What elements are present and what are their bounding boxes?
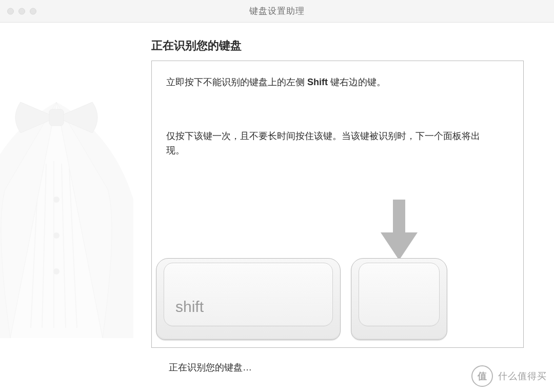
content-area: 正在识别您的键盘 立即按下不能识别的键盘上的左侧 Shift 键右边的键。 仅按… — [0, 23, 554, 392]
watermark: 值 什么值得买 — [471, 365, 547, 387]
keyboard-setup-assistant-window: 键盘设置助理 — [0, 0, 554, 392]
zoom-traffic-light[interactable] — [30, 8, 36, 14]
svg-point-8 — [53, 268, 60, 275]
key-illustration-row: shift — [156, 258, 447, 340]
instruction-suffix: 键右边的键。 — [328, 77, 386, 87]
svg-rect-5 — [49, 109, 64, 126]
arrow-down-icon — [379, 200, 420, 261]
window-controls — [7, 8, 36, 14]
close-traffic-light[interactable] — [7, 8, 14, 14]
shift-key-label: shift — [175, 298, 204, 316]
page-heading: 正在识别您的键盘 — [151, 38, 531, 53]
main-column: 正在识别您的键盘 立即按下不能识别的键盘上的左侧 Shift 键右边的键。 仅按… — [151, 38, 531, 374]
window-title: 键盘设置助理 — [0, 5, 554, 17]
instruction-panel: 立即按下不能识别的键盘上的左侧 Shift 键右边的键。 仅按下该键一次，且不要… — [151, 61, 524, 348]
svg-point-6 — [53, 197, 60, 203]
target-key — [351, 258, 447, 340]
watermark-text: 什么值得买 — [498, 370, 547, 382]
svg-point-7 — [53, 232, 60, 239]
shift-key: shift — [156, 258, 341, 340]
instruction-key: Shift — [307, 77, 328, 87]
instruction-primary: 立即按下不能识别的键盘上的左侧 Shift 键右边的键。 — [166, 75, 509, 89]
instruction-prefix: 立即按下不能识别的键盘上的左侧 — [166, 77, 307, 87]
watermark-badge-icon: 值 — [471, 365, 493, 387]
minimize-traffic-light[interactable] — [18, 8, 25, 14]
titlebar: 键盘设置助理 — [0, 0, 554, 23]
tuxedo-illustration — [0, 71, 138, 379]
instruction-detail: 仅按下该键一次，且不要长时间按住该键。当该键被识别时，下一个面板将出现。 — [166, 129, 509, 158]
